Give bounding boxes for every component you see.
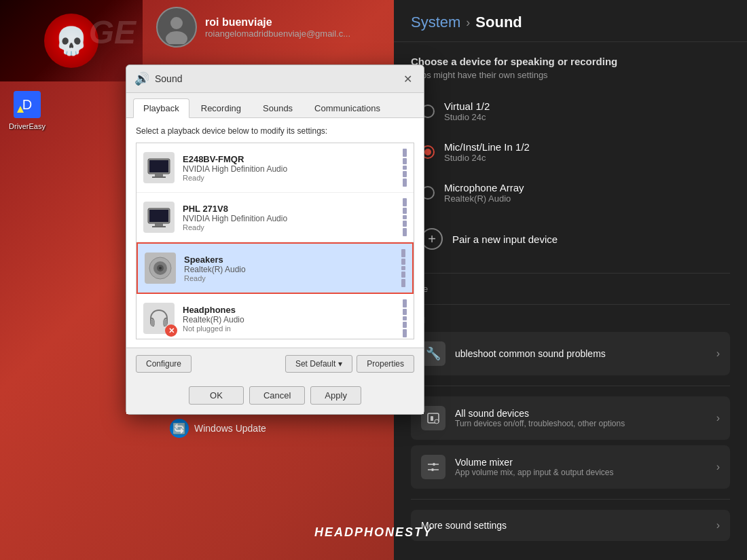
svg-rect-28: [163, 320, 167, 326]
phl-status: Ready: [183, 223, 287, 231]
e248-sub: NVIDIA High Definition Audio: [183, 164, 287, 174]
phl-sub: NVIDIA High Definition Audio: [183, 214, 287, 223]
tab-recording[interactable]: Recording: [191, 98, 251, 117]
dialog-action-buttons: OK Cancel Apply: [126, 379, 424, 414]
device-sub-array: Realtek(R) Audio: [444, 193, 524, 204]
input-section-subtext: Apps might have their own settings: [411, 70, 730, 80]
more-settings-row[interactable]: More sound settings ›: [411, 510, 730, 541]
device-name-array: Microphone Array: [444, 182, 524, 193]
headphones-volume-bars: [403, 299, 407, 337]
breadcrumb-chevron: ›: [466, 16, 470, 30]
tab-sounds[interactable]: Sounds: [253, 98, 303, 117]
all-sound-devices-row[interactable]: All sound devices Turn devices on/off, t…: [411, 396, 730, 440]
tab-communications[interactable]: Communications: [304, 98, 390, 117]
device-option-virtual[interactable]: Virtual 1/2 Studio 24c: [411, 92, 730, 130]
dialog-body: Select a playback device below to modify…: [126, 118, 424, 348]
drivereasy-icon[interactable]: D DriverEasy: [3, 88, 51, 130]
e248-name: E248BV-FMQR: [183, 154, 287, 164]
dialog-instruction: Select a playback device below to modify…: [136, 126, 414, 136]
svg-rect-7: [431, 416, 433, 421]
all-sound-label: All sound devices: [455, 408, 625, 419]
apply-button[interactable]: Apply: [310, 386, 361, 405]
speakers-sub: Realtek(R) Audio: [184, 265, 246, 274]
settings-content: Choose a device for speaking or recordin…: [394, 42, 747, 548]
set-default-arrow: ▾: [338, 359, 342, 369]
dialog-close-button[interactable]: ✕: [399, 71, 416, 87]
speakers-status: Ready: [184, 274, 246, 282]
dialog-device-headphones[interactable]: ✕ Headphones Realtek(R) Audio Not plugge…: [136, 294, 414, 339]
divider-2: [411, 304, 730, 305]
volume-mixer-chevron: ›: [716, 461, 720, 473]
dialog-bottom-buttons: Configure Set Default ▾ Properties: [126, 348, 424, 379]
pair-new-device[interactable]: + Pair a new input device: [411, 219, 730, 259]
device-sub-mic: Studio 24c: [444, 153, 530, 163]
svg-point-14: [431, 468, 434, 471]
dialog-tabs: Playback Recording Sounds Communications: [126, 93, 424, 118]
settings-header: System › Sound: [394, 0, 747, 42]
user-avatar: [156, 7, 197, 48]
device-option-array[interactable]: Microphone Array Realtek(R) Audio: [411, 174, 730, 212]
svg-point-4: [170, 17, 183, 29]
breadcrumb: System › Sound: [411, 14, 730, 31]
sound-dialog: 🔊 Sound ✕ Playback Recording Sounds Comm…: [126, 64, 424, 415]
tab-playback[interactable]: Playback: [133, 98, 189, 118]
troubleshoot-chevron: ›: [716, 348, 720, 360]
drivereasy-label: DriverEasy: [9, 122, 45, 130]
phl-volume-bars: [403, 198, 407, 236]
headphones-icon: ✕: [143, 303, 175, 334]
breadcrumb-system[interactable]: System: [411, 14, 460, 31]
dialog-device-speakers[interactable]: Speakers Realtek(R) Audio Ready: [136, 242, 414, 294]
dialog-title-text: Sound: [155, 73, 182, 84]
headphonesty-watermark: HEADPHONESTY: [314, 525, 433, 540]
headphones-status: Not plugged in: [183, 324, 244, 333]
divider-3: [411, 386, 730, 386]
svg-point-26: [159, 267, 162, 269]
divider-1: [411, 273, 730, 274]
more-settings-label: More sound settings: [421, 520, 507, 531]
divider-4: [411, 499, 730, 500]
user-name: roi buenviaje: [205, 16, 350, 29]
svg-text:D: D: [22, 97, 32, 112]
svg-rect-16: [149, 160, 168, 172]
advanced-partial-label: ced: [411, 315, 730, 325]
dialog-device-phl[interactable]: PHL 271V8 NVIDIA High Definition Audio R…: [136, 193, 414, 242]
gear-text: GE: [89, 14, 136, 51]
troubleshoot-label: ubleshoot common sound problems: [455, 348, 606, 359]
windows-update-label: Windows Update: [194, 423, 266, 434]
headphones-badge: ✕: [165, 324, 177, 337]
device-name-mic: Mic/Inst/Line In 1/2: [444, 141, 530, 153]
user-email: roiangelomadridbuenviaje@gmail.c...: [205, 29, 350, 39]
volume-partial-label: ume: [411, 284, 730, 294]
ok-button[interactable]: OK: [189, 386, 244, 405]
svg-rect-17: [155, 174, 163, 176]
volume-mixer-row[interactable]: Volume mixer App volume mix, app input &…: [411, 445, 730, 489]
device-list: E248BV-FMQR NVIDIA High Definition Audio…: [136, 143, 414, 339]
volume-mixer-label: Volume mixer: [455, 457, 613, 468]
windows-update[interactable]: 🔄 Windows Update: [170, 419, 266, 438]
svg-point-8: [435, 419, 439, 424]
svg-rect-22: [152, 226, 166, 227]
device-option-mic[interactable]: Mic/Inst/Line In 1/2 Studio 24c: [411, 133, 730, 171]
properties-button[interactable]: Properties: [357, 355, 414, 373]
pair-new-label: Pair a new input device: [452, 234, 558, 245]
headphones-name: Headphones: [183, 305, 244, 315]
troubleshoot-row[interactable]: 🔧 ubleshoot common sound problems ›: [411, 332, 730, 375]
svg-rect-27: [151, 320, 155, 326]
all-sound-chevron: ›: [716, 412, 720, 424]
cancel-button[interactable]: Cancel: [249, 386, 305, 405]
speakers-volume-bars: [401, 249, 405, 287]
svg-point-11: [433, 463, 435, 466]
phl-name: PHL 271V8: [183, 204, 287, 214]
dialog-device-e248[interactable]: E248BV-FMQR NVIDIA High Definition Audio…: [136, 143, 414, 193]
device-name-virtual: Virtual 1/2: [444, 100, 490, 112]
e248-status: Ready: [183, 174, 287, 182]
set-default-button[interactable]: Set Default ▾: [285, 355, 352, 373]
user-profile: roi buenviaje roiangelomadridbuenviaje@g…: [156, 7, 350, 48]
troubleshoot-icon: 🔧: [421, 341, 445, 366]
volume-mixer-icon: [421, 455, 445, 479]
breadcrumb-current: Sound: [475, 14, 522, 31]
speakers-icon: [145, 253, 176, 284]
configure-button[interactable]: Configure: [136, 355, 192, 373]
user-info: roi buenviaje roiangelomadridbuenviaje@g…: [205, 16, 350, 39]
desktop-icons: D DriverEasy: [3, 3, 51, 130]
